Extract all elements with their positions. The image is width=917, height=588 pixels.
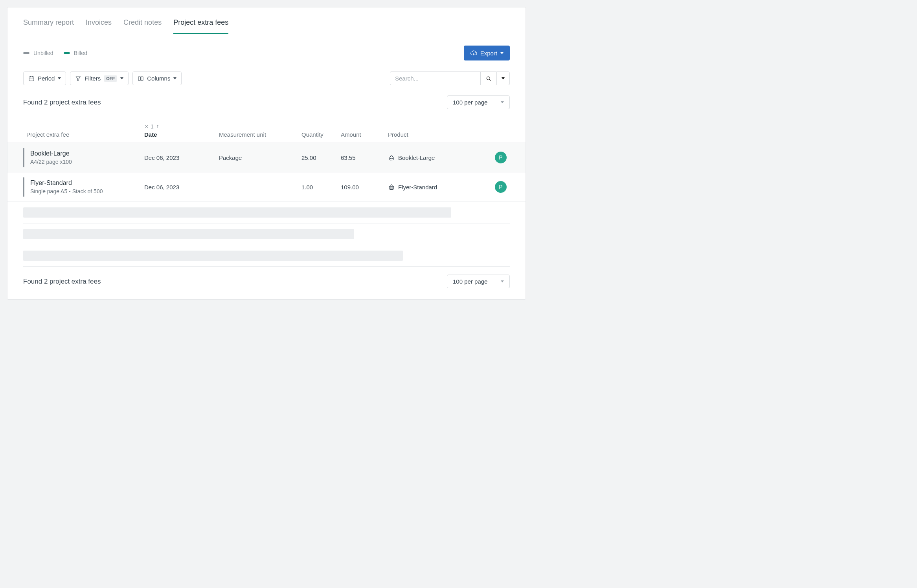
per-page-label: 100 per page <box>453 99 487 106</box>
skeleton-rows <box>7 202 526 267</box>
calendar-icon <box>28 75 35 82</box>
cell-product: Booklet-Large <box>385 154 491 161</box>
caret-down-icon <box>501 280 504 282</box>
results-count-footer: Found 2 project extra fees <box>23 278 101 286</box>
legend-billed: Billed <box>64 50 87 56</box>
caret-down-icon <box>501 101 504 103</box>
tab-invoices[interactable]: Invoices <box>86 18 112 34</box>
shopping-basket-icon <box>388 183 395 191</box>
skeleton-row <box>23 245 510 267</box>
skeleton-bar <box>23 207 451 218</box>
caret-down-icon <box>500 52 504 54</box>
svg-rect-2 <box>141 77 143 80</box>
caret-down-icon <box>173 77 176 79</box>
cell-amount: 109.00 <box>338 184 385 191</box>
svg-point-3 <box>487 77 490 80</box>
tab-project-extra-fees[interactable]: Project extra fees <box>173 18 228 34</box>
controls-row: Period Filters OFF Columns <box>7 60 526 85</box>
skeleton-row <box>23 223 510 245</box>
cell-name: Booklet-Large A4/22 page x100 <box>23 150 141 165</box>
col-product[interactable]: Product <box>385 126 491 143</box>
col-amount[interactable]: Amount <box>338 126 385 143</box>
filters-button[interactable]: Filters OFF <box>70 71 129 85</box>
fee-sub: Single page A5 - Stack of 500 <box>30 188 138 194</box>
svg-rect-1 <box>138 77 140 80</box>
fee-sub: A4/22 page x100 <box>30 159 138 165</box>
col-measurement-unit[interactable]: Measurement unit <box>216 126 298 143</box>
product-name: Booklet-Large <box>398 154 435 161</box>
results-count: Found 2 project extra fees <box>23 99 101 106</box>
fee-name: Flyer-Standard <box>30 180 138 187</box>
caret-down-icon <box>120 77 123 79</box>
fee-name: Booklet-Large <box>30 150 138 157</box>
columns-button[interactable]: Columns <box>132 71 182 85</box>
legend-unbilled: Unbilled <box>23 50 53 56</box>
cell-unit: Package <box>216 154 298 161</box>
skeleton-bar <box>23 229 354 239</box>
status-badge: P <box>495 152 507 163</box>
search-icon <box>485 75 492 82</box>
legend-row: Unbilled Billed Export <box>7 35 526 60</box>
search-dropdown-button[interactable] <box>496 71 510 85</box>
columns-label: Columns <box>147 75 170 82</box>
tabs: Summary report Invoices Credit notes Pro… <box>7 7 526 35</box>
cell-badge: P <box>491 181 510 193</box>
legend-billed-label: Billed <box>74 50 87 56</box>
per-page-select[interactable]: 100 per page <box>447 95 510 109</box>
col-quantity[interactable]: Quantity <box>298 126 338 143</box>
arrow-up-icon <box>155 124 160 129</box>
cell-badge: P <box>491 152 510 163</box>
per-page-label: 100 per page <box>453 278 487 285</box>
cell-product: Flyer-Standard <box>385 183 491 191</box>
legend-unbilled-label: Unbilled <box>33 50 53 56</box>
col-badge <box>491 133 510 143</box>
footer-row: Found 2 project extra fees 100 per page <box>7 267 526 288</box>
search-group <box>390 71 510 85</box>
swatch-unbilled <box>23 52 29 54</box>
tab-summary-report[interactable]: Summary report <box>23 18 74 34</box>
close-icon[interactable] <box>144 124 149 129</box>
controls-left: Period Filters OFF Columns <box>23 71 182 85</box>
search-input[interactable] <box>390 71 480 85</box>
skeleton-bar <box>23 251 403 261</box>
sort-index: 1 <box>151 123 154 130</box>
period-button[interactable]: Period <box>23 71 66 85</box>
status-badge: P <box>495 181 507 193</box>
results-row: Found 2 project extra fees 100 per page <box>7 85 526 109</box>
cell-qty: 1.00 <box>298 184 338 191</box>
extra-fees-table: Project extra fee 1 Date Measurement uni… <box>7 119 526 267</box>
caret-down-icon <box>502 77 505 79</box>
product-name: Flyer-Standard <box>398 184 437 191</box>
main-card: Summary report Invoices Credit notes Pro… <box>7 7 526 300</box>
swatch-billed <box>64 52 70 54</box>
cell-amount: 63.55 <box>338 154 385 161</box>
search-button[interactable] <box>480 71 496 85</box>
shopping-basket-icon <box>388 154 395 161</box>
col-date[interactable]: 1 Date <box>141 119 216 143</box>
tab-credit-notes[interactable]: Credit notes <box>123 18 162 34</box>
period-label: Period <box>38 75 55 82</box>
legend: Unbilled Billed <box>23 50 87 56</box>
filters-off-badge: OFF <box>104 75 117 82</box>
col-project-extra-fee[interactable]: Project extra fee <box>23 126 141 143</box>
export-label: Export <box>480 50 497 57</box>
svg-rect-0 <box>29 77 34 81</box>
filter-icon <box>75 75 81 82</box>
per-page-select-footer[interactable]: 100 per page <box>447 275 510 288</box>
skeleton-row <box>23 202 510 223</box>
col-date-label: Date <box>144 131 157 138</box>
cell-qty: 25.00 <box>298 154 338 161</box>
table-header: Project extra fee 1 Date Measurement uni… <box>7 119 526 143</box>
table-row[interactable]: Booklet-Large A4/22 page x100 Dec 06, 20… <box>7 143 526 172</box>
filters-label: Filters <box>85 75 101 82</box>
cell-name: Flyer-Standard Single page A5 - Stack of… <box>23 180 141 194</box>
columns-icon <box>138 75 144 82</box>
caret-down-icon <box>58 77 61 79</box>
table-row[interactable]: Flyer-Standard Single page A5 - Stack of… <box>7 172 526 202</box>
cell-date: Dec 06, 2023 <box>141 154 216 161</box>
cloud-download-icon <box>470 49 477 57</box>
cell-date: Dec 06, 2023 <box>141 184 216 191</box>
export-button[interactable]: Export <box>464 46 510 60</box>
